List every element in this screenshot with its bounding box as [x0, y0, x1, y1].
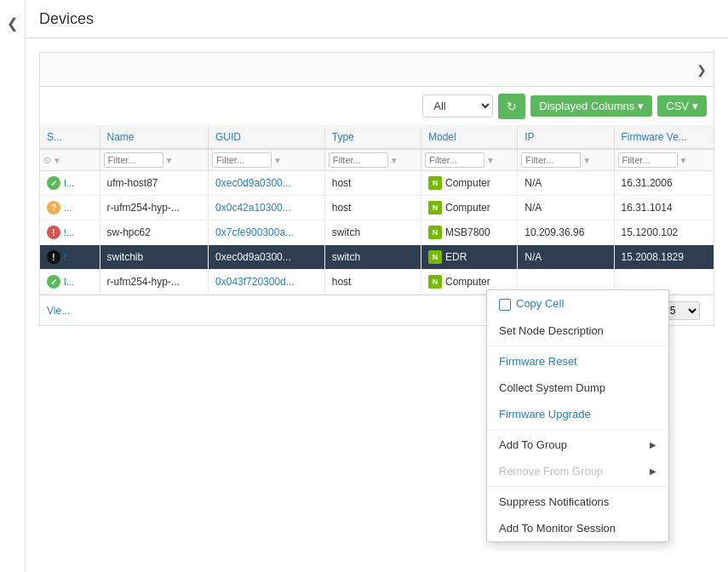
status-cell-1: ?...: [40, 196, 100, 220]
firmware-cell-0: 16.31.2006: [614, 171, 714, 196]
context-menu-item-7[interactable]: Suppress Notifications: [487, 489, 668, 515]
status-icon-0: ✓: [47, 176, 60, 190]
filter-select[interactable]: All Active Inactive: [422, 94, 493, 117]
page-title-bar: Devices: [26, 0, 728, 38]
submenu-arrow-icon-6: ▶: [650, 466, 656, 476]
name-filter-input[interactable]: [104, 152, 163, 168]
context-menu-label-8: Add To Monitor Session: [499, 522, 616, 535]
page-wrapper: ❮ Devices ❯ All Active Inactive ↻: [0, 0, 728, 572]
status-icon-1: ?: [47, 201, 60, 214]
table-filter-row: ⊙ ▼ ▼: [40, 149, 714, 171]
displayed-columns-label: Displayed Columns: [539, 100, 634, 112]
context-menu-label-1: Set Node Description: [499, 324, 604, 337]
col-label-name: Name: [107, 131, 135, 143]
col-label-type: Type: [332, 131, 354, 143]
displayed-columns-button[interactable]: Displayed Columns ▾: [530, 95, 652, 117]
table-row[interactable]: !!...sw-hpc620x7cfe900300a...switchNMSB7…: [40, 220, 714, 245]
type-cell-3: switch: [324, 245, 421, 270]
col-header-name[interactable]: Name: [100, 126, 209, 149]
view-more-link[interactable]: Vie...: [47, 305, 70, 317]
type-filter-funnel-icon[interactable]: ▼: [390, 156, 398, 165]
nvidia-logo-icon-1: N: [428, 201, 442, 214]
col-header-ip[interactable]: IP: [518, 126, 614, 149]
status-cell-0: ✓I...: [40, 171, 100, 196]
context-menu: Copy CellSet Node DescriptionFirmware Re…: [486, 289, 669, 542]
nvidia-logo-icon-0: N: [428, 176, 442, 190]
model-filter-funnel-icon[interactable]: ▼: [486, 156, 495, 165]
status-label-1: ...: [64, 203, 72, 213]
context-menu-item-8[interactable]: Add To Monitor Session: [487, 515, 668, 541]
guid-cell-4: 0x043f720300d...: [209, 270, 325, 295]
context-menu-label-3: Collect System Dump: [499, 381, 605, 394]
csv-label: CSV: [666, 100, 689, 112]
guid-filter-funnel-icon[interactable]: ▼: [273, 156, 282, 165]
panel-expand-icon[interactable]: ❯: [696, 63, 707, 77]
context-menu-item-3[interactable]: Collect System Dump: [487, 375, 668, 401]
filter-cell-firmware: ▼: [614, 149, 714, 171]
guid-cell-1: 0x0c42a10300...: [209, 196, 325, 220]
context-menu-item-5[interactable]: Add To Group▶: [487, 432, 668, 458]
filter-cell-guid: ▼: [209, 149, 325, 171]
table-row[interactable]: ✓I...ufm-host870xec0d9a0300...hostNCompu…: [40, 171, 714, 196]
col-header-type[interactable]: Type: [324, 126, 421, 149]
sidebar-toggle[interactable]: ❮: [0, 0, 26, 572]
model-cell-2: NMSB7800: [421, 220, 518, 245]
firmware-filter-funnel-icon[interactable]: ▼: [679, 156, 688, 165]
guid-cell-3: 0xec0d9a0300...: [209, 245, 325, 270]
copy-cell-icon: [499, 299, 511, 311]
status-icon-2: !: [47, 226, 60, 239]
name-cell-1: r-ufm254-hyp-...: [100, 196, 209, 220]
refresh-button[interactable]: ↻: [498, 94, 525, 119]
type-cell-4: host: [324, 270, 421, 295]
filter-cell-status: ⊙ ▼: [40, 149, 100, 171]
table-header-row: S... Name GUID Type Model: [40, 126, 714, 149]
guid-filter-input[interactable]: [212, 152, 272, 168]
nvidia-logo-icon-2: N: [428, 226, 442, 239]
firmware-filter-input[interactable]: [618, 152, 678, 168]
firmware-cell-3: 15.2008.1829: [614, 245, 714, 270]
col-header-model[interactable]: Model: [421, 126, 518, 149]
table-row[interactable]: !!...switchib0xec0d9a0300...switchNEDRN/…: [40, 245, 714, 270]
ip-filter-input[interactable]: [521, 152, 581, 168]
filter-cell-name: ▼: [100, 149, 209, 171]
guid-cell-2: 0x7cfe900300a...: [209, 220, 325, 245]
ip-filter-funnel-icon[interactable]: ▼: [582, 156, 591, 165]
table-row[interactable]: ?...r-ufm254-hyp-...0x0c42a10300...hostN…: [40, 196, 714, 220]
context-menu-label-0: Copy Cell: [499, 297, 564, 311]
panel-topbar: ❯: [40, 53, 714, 87]
guid-cell-0: 0xec0d9a0300...: [209, 171, 325, 196]
context-menu-label-2: Firmware Reset: [499, 355, 577, 368]
context-menu-item-4[interactable]: Firmware Upgrade: [487, 401, 668, 427]
col-header-status[interactable]: S...: [40, 126, 100, 149]
type-filter-input[interactable]: [329, 152, 388, 168]
status-icon-4: ✓: [47, 275, 60, 289]
status-filter-funnel-icon[interactable]: ▼: [53, 156, 61, 165]
status-cell-4: ✓I...: [40, 270, 100, 295]
context-menu-item-0[interactable]: Copy Cell: [487, 290, 668, 317]
csv-caret-icon: ▾: [692, 100, 698, 112]
displayed-columns-caret-icon: ▾: [638, 100, 644, 112]
firmware-cell-1: 16.31.1014: [614, 196, 714, 220]
toolbar: All Active Inactive ↻ Displayed Columns …: [40, 87, 714, 126]
name-filter-funnel-icon[interactable]: ▼: [165, 156, 174, 165]
ip-cell-3: N/A: [518, 245, 614, 270]
nvidia-logo-icon-3: N: [428, 250, 442, 264]
csv-button[interactable]: CSV ▾: [657, 95, 707, 117]
col-header-guid[interactable]: GUID: [209, 126, 325, 149]
type-cell-0: host: [324, 171, 421, 196]
col-header-firmware[interactable]: Firmware Ve...: [614, 126, 714, 149]
col-label-ip: IP: [525, 131, 534, 143]
context-menu-item-1[interactable]: Set Node Description: [487, 317, 668, 344]
status-cell-3: !!...: [40, 245, 100, 270]
page-title: Devices: [39, 10, 94, 28]
submenu-arrow-icon-5: ▶: [650, 440, 656, 449]
filter-cell-model: ▼: [421, 149, 518, 171]
model-filter-input[interactable]: [425, 152, 484, 168]
context-menu-item-2[interactable]: Firmware Reset: [487, 348, 668, 375]
col-label-status: S...: [47, 131, 62, 143]
filter-cell-ip: ▼: [518, 149, 614, 171]
status-label-0: I...: [64, 178, 74, 188]
status-label-3: !...: [64, 252, 74, 262]
content-panel: ❯ All Active Inactive ↻ Displayed Column…: [39, 52, 714, 326]
refresh-icon: ↻: [507, 100, 517, 113]
